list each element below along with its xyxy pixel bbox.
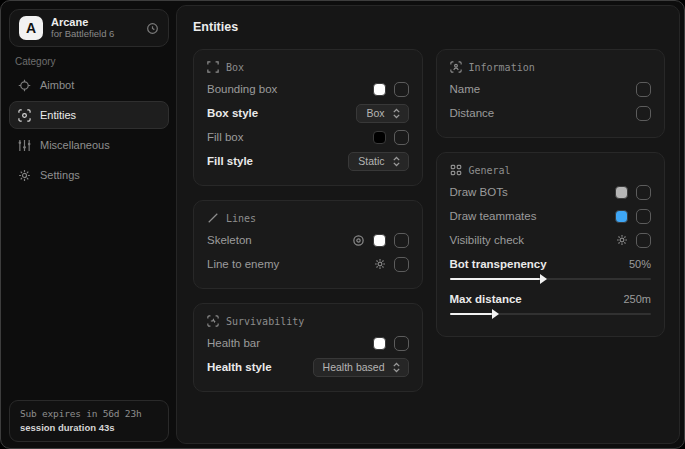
setting-label: Max distance (450, 293, 522, 305)
skeleton-checkbox[interactable] (394, 233, 409, 248)
panel-information: Information Name Distance (436, 49, 666, 138)
fill-box-checkbox[interactable] (394, 130, 409, 145)
panel-title: Survivability (226, 316, 304, 327)
setting-label: Visibility check (450, 234, 525, 246)
setting-row: Bounding box (207, 77, 409, 101)
panel-lines: Lines Skeleton (193, 200, 423, 289)
sidebar: A Arcane for Battlefield 6 Category Aimb… (1, 1, 176, 448)
sidebar-item-aimbot[interactable]: Aimbot (9, 71, 169, 99)
setting-label: Line to enemy (207, 258, 279, 270)
sync-icon[interactable] (146, 22, 159, 35)
panel-general: General Draw BOTs Draw teammates (436, 152, 666, 337)
setting-row: Skeleton (207, 228, 409, 252)
chevron-up-down-icon (392, 108, 401, 119)
setting-label: Fill box (207, 131, 243, 143)
brand-title: Arcane (51, 16, 138, 29)
bot-transparency-slider-row: Bot transpenency 50% (450, 254, 652, 280)
entities-icon (18, 109, 31, 122)
sidebar-item-entities[interactable]: Entities (9, 101, 169, 129)
max-distance-slider[interactable] (450, 313, 652, 315)
sidebar-item-settings[interactable]: Settings (9, 161, 169, 189)
setting-label: Box style (207, 107, 258, 119)
panel-title: Information (469, 62, 535, 73)
color-swatch[interactable] (615, 186, 628, 199)
setting-label: Skeleton (207, 234, 252, 246)
gear-icon[interactable] (616, 234, 628, 246)
category-label: Category (15, 56, 56, 67)
fill-style-dropdown[interactable]: Static (348, 152, 408, 171)
draw-teammates-checkbox[interactable] (636, 209, 651, 224)
panel-box: Box Bounding box Box style Box (193, 49, 423, 186)
distance-checkbox[interactable] (636, 106, 651, 121)
setting-row: Name (450, 77, 652, 101)
panel-title: General (469, 165, 511, 176)
setting-row: Box style Box (207, 101, 409, 125)
color-swatch[interactable] (615, 210, 628, 223)
color-swatch[interactable] (373, 234, 386, 247)
sub-expires-text: Sub expires in 56d 23h (20, 408, 158, 419)
slider-value: 250m (623, 293, 651, 305)
setting-row: Line to enemy (207, 252, 409, 276)
gear-icon[interactable] (374, 258, 386, 270)
setting-label: Fill style (207, 155, 253, 167)
sidebar-item-label: Miscellaneous (40, 139, 110, 151)
slider-value: 50% (629, 258, 651, 270)
chevron-up-down-icon (392, 362, 401, 373)
panel-survivability: Survivability Health bar Health style He… (193, 303, 423, 392)
setting-label: Distance (450, 107, 495, 119)
gear-icon (18, 169, 31, 182)
page-title: Entities (193, 20, 665, 34)
name-checkbox[interactable] (636, 82, 651, 97)
setting-label: Draw teammates (450, 210, 537, 222)
panel-title: Box (226, 62, 244, 73)
app-window: A Arcane for Battlefield 6 Category Aimb… (0, 0, 685, 449)
crosshair-icon (18, 79, 31, 92)
setting-label: Bounding box (207, 83, 277, 95)
max-distance-slider-row: Max distance 250m (450, 289, 652, 315)
sliders-icon (18, 139, 31, 152)
setting-row: Fill box (207, 125, 409, 149)
bot-transparency-slider[interactable] (450, 278, 652, 280)
setting-row: Fill style Static (207, 149, 409, 173)
setting-row: Distance (450, 101, 652, 125)
survivability-icon (207, 315, 219, 327)
session-duration-text: session duration 43s (20, 422, 158, 433)
brand-card: A Arcane for Battlefield 6 (9, 9, 169, 47)
setting-label: Health style (207, 361, 272, 373)
panel-title: Lines (226, 213, 256, 224)
sidebar-item-label: Entities (40, 109, 76, 121)
setting-label: Name (450, 83, 481, 95)
bounding-box-checkbox[interactable] (394, 82, 409, 97)
setting-label: Health bar (207, 337, 260, 349)
sidebar-item-miscellaneous[interactable]: Miscellaneous (9, 131, 169, 159)
brand-avatar: A (19, 16, 43, 40)
draw-bots-checkbox[interactable] (636, 185, 651, 200)
color-swatch[interactable] (373, 83, 386, 96)
setting-row: Visibility check (450, 228, 652, 252)
visibility-check-checkbox[interactable] (636, 233, 651, 248)
general-icon (450, 164, 462, 176)
subscription-card: Sub expires in 56d 23h session duration … (9, 400, 169, 442)
sidebar-nav: Aimbot Entities (9, 71, 169, 189)
line-icon (207, 212, 219, 224)
color-swatch[interactable] (373, 131, 386, 144)
health-bar-checkbox[interactable] (394, 336, 409, 351)
setting-label: Draw BOTs (450, 186, 508, 198)
setting-label: Bot transpenency (450, 258, 547, 270)
sidebar-item-label: Aimbot (40, 79, 74, 91)
line-to-enemy-checkbox[interactable] (394, 257, 409, 272)
eye-icon[interactable] (352, 234, 365, 247)
slider-thumb[interactable] (540, 274, 547, 284)
slider-thumb[interactable] (492, 309, 499, 319)
brand-subtitle: for Battlefield 6 (51, 29, 138, 40)
setting-row: Draw BOTs (450, 180, 652, 204)
color-swatch[interactable] (373, 337, 386, 350)
sidebar-item-label: Settings (40, 169, 80, 181)
setting-row: Draw teammates (450, 204, 652, 228)
box-style-dropdown[interactable]: Box (356, 104, 408, 123)
main-content: Entities Box Bounding box (176, 5, 680, 444)
setting-row: Health bar (207, 331, 409, 355)
chevron-up-down-icon (392, 156, 401, 167)
health-style-dropdown[interactable]: Health based (313, 358, 409, 377)
setting-row: Health style Health based (207, 355, 409, 379)
